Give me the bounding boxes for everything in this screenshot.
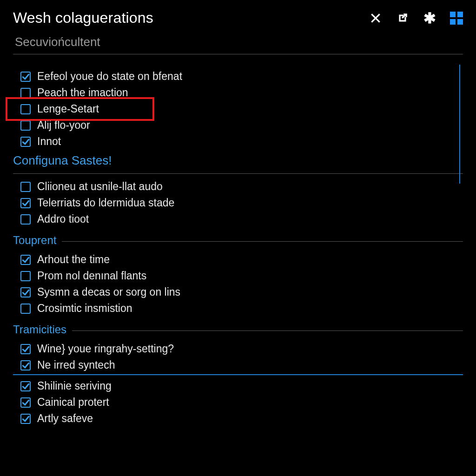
checkbox-label: Crosimtic insmistion <box>37 302 132 315</box>
checkbox-label: Shilinie seriving <box>37 380 112 392</box>
group-header: Touprent <box>13 234 463 247</box>
checkbox[interactable] <box>20 255 31 265</box>
checkbox[interactable] <box>20 414 31 424</box>
checkbox[interactable] <box>20 271 31 281</box>
checkbox-label: Addro tioot <box>37 213 89 225</box>
settings-panel: Eefeol youe do state on bfenat Peach the… <box>13 68 463 427</box>
group-title: Touprent <box>13 234 56 247</box>
check-row[interactable]: Crosimtic insmistion <box>20 300 463 317</box>
checkbox[interactable] <box>20 381 31 391</box>
checkbox[interactable] <box>20 360 31 370</box>
checkbox-label: Telerriats do ldermiduа stade <box>37 197 174 209</box>
subtitle: Secuviońcultent <box>15 35 100 49</box>
checkbox-label: Peach the imaction <box>37 86 128 99</box>
checkbox-label: Sysmn a decas or sorg on lins <box>37 286 180 298</box>
asterisk-icon[interactable]: ✱ <box>423 12 436 25</box>
checkbox-label: Cliionеu at usnile-llat audo <box>37 180 163 193</box>
check-row[interactable]: Alij flo-yoor <box>20 117 463 133</box>
checkbox[interactable] <box>20 72 31 82</box>
checkbox-label: Innot <box>37 135 61 148</box>
group-header: Tramicities <box>13 323 463 336</box>
window-title: Wesh colaguerations <box>13 9 153 26</box>
divider <box>62 241 463 242</box>
checkbox[interactable] <box>20 104 31 114</box>
check-row[interactable]: Artly safeve <box>20 410 463 427</box>
check-row[interactable]: Shilinie seriving <box>20 378 463 394</box>
checkbox-label: Ne irred syntech <box>37 359 115 371</box>
check-row[interactable]: Cliionеu at usnile-llat audo <box>20 178 463 195</box>
check-row[interactable]: Peach the imaction <box>20 85 463 101</box>
group-touprent: Touprent Arhout the time Prom nol denına… <box>13 234 463 317</box>
checkbox[interactable] <box>20 88 31 98</box>
checkbox[interactable] <box>20 397 31 408</box>
check-row[interactable]: Cainical protert <box>20 394 463 410</box>
configuration-window: Wesh colaguerations ✱ Secuviońcultent Ee… <box>0 0 476 476</box>
checkbox-label: Alij flo-yoor <box>37 119 90 132</box>
group-title: Configuna Sastes! <box>13 153 463 168</box>
checkbox[interactable] <box>20 344 31 354</box>
check-row[interactable]: Wine} youe ringrahy-setting? <box>20 341 463 357</box>
checkbox[interactable] <box>20 120 31 131</box>
checkbox[interactable] <box>20 287 31 298</box>
checkbox[interactable] <box>20 137 31 147</box>
check-row[interactable]: Prom nol denınal flants <box>20 268 463 284</box>
checkbox[interactable] <box>20 182 31 192</box>
subtitle-row: Secuviońcultent <box>13 35 463 54</box>
checkbox-label: Arhout the time <box>37 253 110 266</box>
group-tramicities: Tramicities Wine} youe ringrahy-setting?… <box>13 323 463 427</box>
blue-separator <box>13 374 463 375</box>
check-row[interactable]: Arhout the time <box>20 251 463 268</box>
group-title: Tramicities <box>13 323 66 336</box>
close-icon[interactable] <box>369 12 382 25</box>
checkbox-label: Artly safeve <box>37 412 93 425</box>
divider <box>13 173 463 174</box>
check-row[interactable]: Addro tioot <box>20 211 463 227</box>
grid-icon[interactable] <box>450 12 463 25</box>
divider <box>72 331 463 331</box>
check-row[interactable]: Sysmn a decas or sorg on lins <box>20 284 463 300</box>
check-row[interactable]: Telerriats do ldermiduа stade <box>20 195 463 211</box>
titlebar: Wesh colaguerations ✱ <box>13 9 463 26</box>
checkbox-label: Wine} youe ringrahy-setting? <box>37 343 174 355</box>
checkbox[interactable] <box>20 214 31 225</box>
check-row[interactable]: Ne irred syntech <box>20 357 463 373</box>
check-row[interactable]: Innot <box>20 133 463 150</box>
titlebar-icons: ✱ <box>369 12 463 25</box>
popout-icon[interactable] <box>396 12 409 25</box>
checkbox-label: Cainical protert <box>37 396 109 409</box>
check-row-highlighted[interactable]: Lenge-Setart <box>20 101 463 117</box>
checkbox-label: Lenge-Setart <box>37 103 99 115</box>
checkbox[interactable] <box>20 304 31 314</box>
group-primary: Eefeol youe do state on bfenat Peach the… <box>20 68 463 150</box>
checkbox-label: Prom nol denınal flants <box>37 270 146 282</box>
group-configuna: Configuna Sastes! Cliionеu at usnile-lla… <box>20 153 463 227</box>
checkbox-label: Eefeol youe do state on bfenat <box>37 70 182 83</box>
check-row[interactable]: Eefeol youe do state on bfenat <box>20 68 463 85</box>
section-accent-line <box>459 65 460 184</box>
checkbox[interactable] <box>20 198 31 208</box>
